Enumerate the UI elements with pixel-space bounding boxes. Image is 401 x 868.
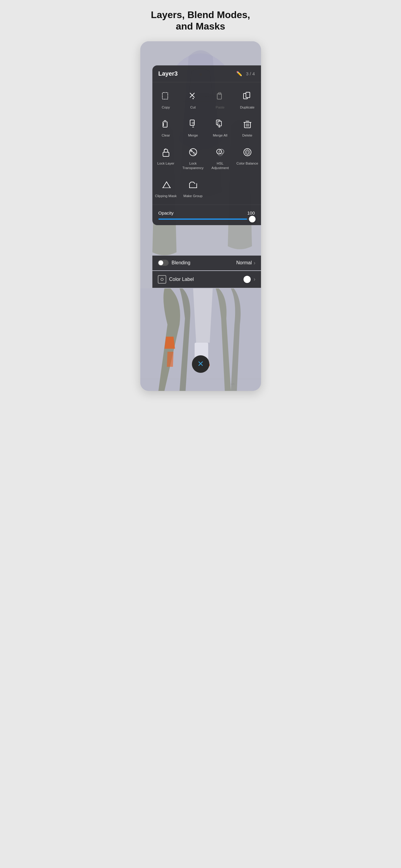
paste-icon bbox=[213, 89, 228, 103]
svg-rect-14 bbox=[218, 121, 222, 126]
action-delete[interactable]: Delete bbox=[234, 114, 261, 142]
color-label-chevron-icon: › bbox=[254, 276, 256, 282]
action-hsl[interactable]: HSL Adjustment bbox=[207, 142, 234, 175]
opacity-value: 100 bbox=[247, 210, 255, 216]
bottom-artwork-svg: c∂L bbox=[140, 288, 261, 391]
duplicate-icon bbox=[240, 89, 255, 103]
action-clear[interactable]: Clear bbox=[152, 114, 179, 142]
close-button[interactable]: ✕ bbox=[192, 355, 209, 373]
svg-rect-10 bbox=[246, 92, 250, 98]
device-frame: Layer3 ✏️ 3 / 4 bbox=[140, 41, 261, 391]
hsl-label: HSL Adjustment bbox=[208, 161, 233, 170]
action-merge[interactable]: Merge bbox=[179, 114, 207, 142]
opacity-label: Opacity bbox=[159, 210, 174, 216]
clear-label: Clear bbox=[162, 133, 170, 138]
lock-transparency-icon bbox=[186, 145, 200, 159]
lock-layer-label: Lock Layer bbox=[157, 161, 174, 166]
panel-header-right: ✏️ 3 / 4 bbox=[236, 71, 255, 76]
lock-transparency-label: Lock Transparency bbox=[181, 161, 205, 170]
blending-row[interactable]: Blending Normal › bbox=[152, 255, 261, 270]
lock-layer-icon bbox=[159, 145, 173, 159]
opacity-section: Opacity 100 bbox=[152, 206, 261, 225]
bottom-sections: Blending Normal › Color Label › bbox=[152, 255, 261, 288]
paste-label: Paste bbox=[216, 105, 225, 110]
action-merge-all[interactable]: Merge All bbox=[207, 114, 234, 142]
action-copy[interactable]: Copy bbox=[152, 86, 179, 114]
blending-inner: Blending bbox=[158, 260, 236, 266]
merge-all-label: Merge All bbox=[213, 133, 228, 138]
hsl-icon bbox=[213, 145, 228, 159]
panel-header: Layer3 ✏️ 3 / 4 bbox=[152, 65, 261, 81]
close-icon: ✕ bbox=[197, 359, 204, 369]
action-paste[interactable]: Paste bbox=[207, 86, 234, 114]
artwork-background: Layer3 ✏️ 3 / 4 bbox=[140, 41, 261, 288]
action-cut[interactable]: Cut bbox=[179, 86, 207, 114]
svg-text:c∂L: c∂L bbox=[231, 382, 235, 385]
delete-label: Delete bbox=[242, 133, 252, 138]
blending-toggle[interactable] bbox=[158, 260, 169, 266]
cut-icon bbox=[186, 89, 200, 103]
make-group-icon bbox=[186, 178, 200, 192]
svg-rect-19 bbox=[163, 152, 169, 156]
layer-panel: Layer3 ✏️ 3 / 4 bbox=[152, 65, 261, 225]
svg-rect-5 bbox=[162, 93, 168, 99]
divider-2 bbox=[152, 205, 261, 205]
edit-icon[interactable]: ✏️ bbox=[236, 71, 242, 76]
color-toggle-dot[interactable] bbox=[244, 276, 251, 283]
divider-1 bbox=[152, 82, 261, 82]
action-make-group[interactable]: Make Group bbox=[179, 175, 207, 203]
bottom-artwork: c∂L ✕ bbox=[140, 288, 261, 391]
page-count: 3 / 4 bbox=[246, 71, 255, 76]
action-lock-transparency[interactable]: Lock Transparency bbox=[179, 142, 207, 175]
merge-all-icon bbox=[213, 117, 228, 131]
page-title: Layers, Blend Modes, and Masks bbox=[134, 9, 267, 32]
opacity-header: Opacity 100 bbox=[159, 210, 255, 216]
color-label-icon bbox=[158, 275, 166, 284]
color-balance-icon bbox=[240, 145, 255, 159]
color-label-text: Color Label bbox=[169, 277, 194, 282]
svg-rect-12 bbox=[190, 120, 194, 125]
make-group-label: Make Group bbox=[183, 194, 202, 198]
clipping-mask-label: Clipping Mask bbox=[155, 194, 176, 198]
color-dot bbox=[161, 278, 164, 281]
action-duplicate[interactable]: Duplicate bbox=[234, 86, 261, 114]
actions-grid: Copy Cut bbox=[152, 84, 261, 204]
blending-value: Normal bbox=[236, 260, 252, 266]
blending-label: Blending bbox=[172, 260, 191, 266]
layer-name: Layer3 bbox=[159, 70, 178, 77]
clipping-mask-icon bbox=[159, 178, 173, 192]
svg-point-21 bbox=[190, 150, 193, 152]
page-wrapper: Layers, Blend Modes, and Masks bbox=[134, 0, 267, 868]
action-lock-layer[interactable]: Lock Layer bbox=[152, 142, 179, 175]
merge-icon bbox=[186, 117, 200, 131]
copy-label: Copy bbox=[162, 105, 170, 110]
merge-label: Merge bbox=[188, 133, 198, 138]
copy-icon bbox=[159, 89, 173, 103]
action-clipping-mask[interactable]: Clipping Mask bbox=[152, 175, 179, 203]
clear-icon bbox=[159, 117, 173, 131]
duplicate-label: Duplicate bbox=[240, 105, 255, 110]
action-color-balance[interactable]: Color Balance bbox=[234, 142, 261, 175]
color-balance-label: Color Balance bbox=[236, 161, 258, 166]
color-label-row[interactable]: Color Label › bbox=[152, 271, 261, 288]
blending-chevron-icon: › bbox=[254, 260, 256, 266]
slider-thumb[interactable] bbox=[249, 216, 256, 222]
slider-fill bbox=[159, 218, 247, 220]
cut-label: Cut bbox=[191, 105, 196, 110]
delete-icon bbox=[240, 117, 255, 131]
svg-point-6 bbox=[193, 98, 194, 99]
opacity-slider[interactable] bbox=[159, 218, 255, 220]
